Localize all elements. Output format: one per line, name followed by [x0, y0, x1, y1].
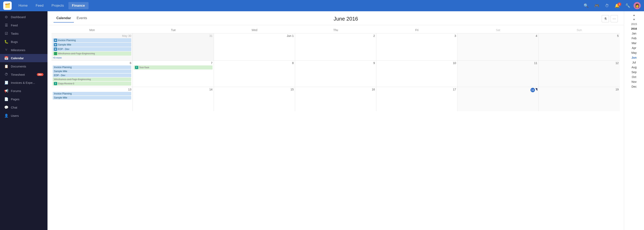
tab-calendar[interactable]: Calendar: [54, 15, 74, 23]
sidebar-item-bugs[interactable]: 🐛 Bugs: [0, 38, 48, 46]
month-dec[interactable]: Dec: [632, 84, 636, 89]
day-number-jun3: 3: [378, 34, 456, 38]
month-sep[interactable]: Sep: [632, 70, 636, 75]
year-down-arrow[interactable]: ▼: [631, 17, 637, 22]
sidebar-item-pages[interactable]: 📄 Pages: [0, 95, 48, 103]
search-icon[interactable]: 🔍: [581, 2, 591, 10]
month-mar[interactable]: Mar: [632, 41, 636, 46]
task-icon: T: [135, 66, 138, 69]
sidebar-item-timesheet[interactable]: ⏱ Timesheet 99+: [0, 71, 48, 79]
sidebar-item-feed[interactable]: ☰ Feed: [0, 21, 48, 29]
event-wireframes-w1[interactable]: T Wireframes and Page Engineering: [53, 52, 131, 56]
event-sample-mile-w2[interactable]: Sample Mile: [53, 70, 131, 73]
year-2016[interactable]: 2016: [631, 26, 637, 31]
event-label: EDP - Dev: [58, 48, 69, 51]
notification-badge: 1: [618, 3, 621, 6]
documents-icon: 📋: [4, 64, 8, 69]
month-may[interactable]: May: [631, 50, 636, 55]
sidebar-item-forums[interactable]: 📢 Forums: [0, 87, 48, 95]
feed-icon: ☰: [4, 23, 8, 27]
sidebar-label-tasks: Tasks: [11, 32, 44, 35]
calendar-body: Mon Tue Wed Thu Fri Sat Sun May 30 M Inv…: [48, 25, 624, 230]
today-indicator: 18: [530, 88, 535, 92]
cal-day-jun14: 14: [132, 87, 214, 111]
clock-icon[interactable]: ⏱: [602, 2, 612, 10]
year-up-arrow[interactable]: ▲: [631, 13, 637, 17]
sidebar-label-dashboard: Dashboard: [11, 15, 44, 19]
sidebar-item-calendar[interactable]: 📅 Calendar: [0, 54, 48, 62]
month-feb[interactable]: Feb: [632, 36, 636, 41]
event-label: EDP - Dev: [54, 74, 65, 77]
event-label: Wireframes and Page Engineering: [58, 52, 95, 55]
event-edp-dev-w1[interactable]: M EDP - Dev: [53, 47, 131, 51]
month-apr[interactable]: Apr: [632, 46, 636, 50]
day-header-sat: Sat: [458, 28, 538, 33]
sidebar-label-forums: Forums: [11, 89, 44, 93]
app-logo[interactable]: 🗂️: [3, 2, 12, 10]
day-number-jun19: 19: [540, 88, 619, 91]
forums-icon: 📢: [4, 89, 8, 93]
month-jan[interactable]: Jan: [632, 31, 636, 36]
nav-projects[interactable]: Projects: [48, 2, 68, 9]
event-test-task-w2[interactable]: T Test Task: [134, 66, 212, 70]
milestones-icon: ⑂: [4, 48, 8, 52]
month-jun[interactable]: Jun: [632, 55, 636, 60]
event-invoice-planning-w2[interactable]: Invoice Planning: [53, 66, 131, 69]
event-edp-dev-w2[interactable]: EDP - Dev: [53, 74, 131, 77]
event-copy-review-w2[interactable]: T Copy Review 3: [53, 82, 131, 86]
day-number-may31: 31: [134, 34, 212, 38]
top-navigation: 🗂️ Home Feed Projects Finance 🔍 🎮 ⏱ 🔔 1 …: [0, 0, 644, 11]
timesheet-icon: ⏱: [4, 73, 8, 77]
sidebar-item-milestones[interactable]: ⑂ Milestones: [0, 46, 48, 54]
sidebar-item-tasks[interactable]: ☑ Tasks: [0, 29, 48, 38]
day-number-jun1: Jun 1: [215, 34, 294, 38]
calendar-week-2: 6 Invoice Planning Sample Mile EDP - Dev…: [52, 60, 620, 87]
dashboard-icon: ⊙: [4, 15, 8, 19]
gamepad-icon[interactable]: 🎮: [592, 2, 602, 10]
user-avatar[interactable]: 👩: [634, 2, 641, 9]
day-number-jun9: 9: [296, 61, 375, 65]
tab-events[interactable]: Events: [74, 15, 90, 23]
month-nov[interactable]: Nov: [632, 79, 636, 84]
wrench-icon[interactable]: 🔧: [623, 2, 633, 10]
more-events-link-w1[interactable]: +9 more: [53, 56, 131, 60]
event-invoice-planning-w3[interactable]: Invoice Planning: [53, 92, 131, 95]
event-sample-mile-w1[interactable]: M Sample Mile: [53, 43, 131, 47]
cal-day-jun17: 17: [376, 87, 458, 111]
more-options-button[interactable]: ⋯: [610, 15, 618, 22]
event-invoice-planning-w1[interactable]: M Invoice Planning: [53, 38, 131, 42]
calendar-title: June 2016: [90, 16, 602, 22]
nav-finance[interactable]: Finance: [68, 2, 88, 9]
month-jul[interactable]: Jul: [632, 60, 636, 65]
sidebar-item-invoices[interactable]: 🧾 Invoices & Expe...: [0, 79, 48, 87]
day-number-jun13: 13: [53, 88, 131, 91]
filter-button[interactable]: ⚗: [602, 15, 609, 22]
cal-day-jun4: 4: [458, 34, 538, 60]
cal-day-may30: May 30 M Invoice Planning M Sample Mile …: [52, 34, 132, 60]
sidebar-item-users[interactable]: 👤 Users: [0, 112, 48, 120]
sidebar-label-calendar: Calendar: [11, 56, 44, 60]
year-2015[interactable]: 2015: [631, 22, 637, 26]
sidebar-item-documents[interactable]: 📋 Documents: [0, 62, 48, 71]
day-headers: Mon Tue Wed Thu Fri Sat Sun: [52, 25, 620, 33]
day-header-mon: Mon: [52, 28, 132, 33]
month-aug[interactable]: Aug: [632, 65, 636, 70]
sidebar-label-timesheet: Timesheet: [11, 73, 34, 76]
event-label: Test Task: [139, 66, 149, 69]
users-icon: 👤: [4, 114, 8, 118]
filter-icon: ⚗: [604, 17, 607, 21]
event-wireframes-w2[interactable]: Wireframes and Page Engineering: [53, 78, 131, 81]
day-number-jun8: 8: [215, 61, 294, 65]
cal-day-jun12: 12: [539, 61, 620, 87]
cal-day-jun8: 8: [214, 61, 295, 87]
nav-home[interactable]: Home: [15, 2, 31, 9]
sidebar-item-dashboard[interactable]: ⊙ Dashboard: [0, 13, 48, 21]
calendar-icon: 📅: [4, 56, 8, 60]
sidebar-item-chat[interactable]: 💬 Chat: [0, 103, 48, 112]
nav-feed[interactable]: Feed: [32, 2, 47, 9]
bell-icon[interactable]: 🔔 1: [612, 2, 622, 10]
month-oct[interactable]: Oct: [632, 75, 636, 79]
cal-day-jun6: 6 Invoice Planning Sample Mile EDP - Dev…: [52, 61, 132, 87]
event-sample-mile-w3[interactable]: Sample Mile: [53, 96, 131, 100]
main-layout: ⊙ Dashboard ☰ Feed ☑ Tasks 🐛 Bugs ⑂ Mile…: [0, 11, 644, 230]
